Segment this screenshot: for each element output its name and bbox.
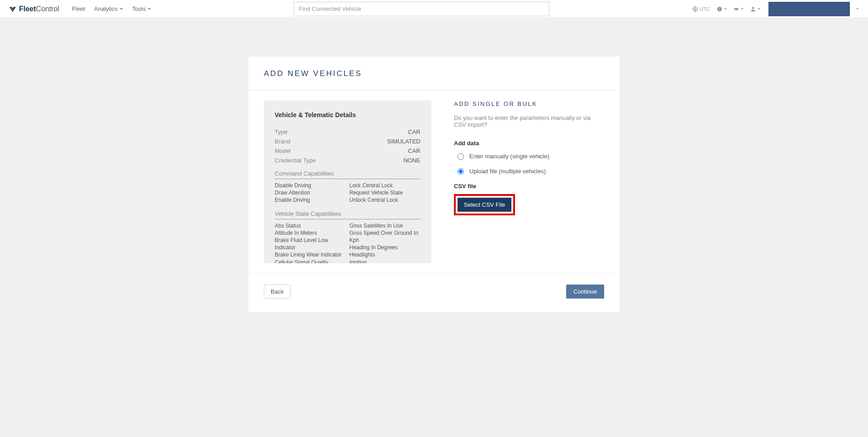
detail-value: NONE (403, 157, 420, 164)
panel-title: Vehicle & Telematic Details (275, 111, 420, 119)
detail-row-model: Model CAR (275, 147, 420, 154)
footer-row: Back Continue (248, 273, 620, 312)
cap-item: Ignition (349, 259, 420, 264)
content-row: Vehicle & Telematic Details Type CAR Bra… (248, 90, 620, 273)
globe-icon (692, 6, 698, 12)
back-button[interactable]: Back (264, 285, 291, 299)
topbar: FleetControl Fleet Analytics Tools UTC i (0, 0, 868, 18)
state-capabilities-header: Vehicle State Capabilities (275, 210, 420, 219)
command-capabilities-grid: Disable Driving Draw Attention Enable Dr… (275, 182, 420, 204)
detail-label: Model (275, 147, 291, 154)
cap-item: Abs Status (275, 222, 346, 229)
brand-logo[interactable]: FleetControl (9, 5, 59, 13)
user-label[interactable] (768, 2, 850, 16)
radio-manual-label: Enter manually (single vehicle) (469, 153, 549, 160)
brand-logo-icon (9, 5, 16, 13)
nav-analytics-label: Analytics (94, 5, 118, 12)
detail-label: Brand (275, 138, 291, 145)
state-capabilities-grid: Abs Status Altitude In Meters Brake Flui… (275, 222, 420, 263)
top-right: UTC i (692, 2, 859, 16)
timezone-label: UTC (700, 6, 710, 12)
caret-down-icon (148, 8, 151, 10)
cap-item: Altitude In Meters (275, 229, 346, 237)
settings-menu[interactable] (733, 6, 744, 12)
info-icon: i (716, 6, 723, 12)
search-wrap (151, 2, 692, 16)
caret-down-icon (724, 8, 727, 10)
cap-item: Unlock Central Lock (349, 196, 420, 204)
cap-item: Enable Driving (275, 196, 346, 204)
add-data-panel: ADD SINGLE OR BULK Do you want to enter … (454, 100, 604, 263)
page-title: ADD NEW VEHICLES (264, 69, 604, 78)
nav-analytics[interactable]: Analytics (94, 5, 123, 12)
search-input[interactable] (294, 2, 549, 16)
page-header: ADD NEW VEHICLES (248, 57, 620, 90)
info-menu[interactable]: i (716, 6, 727, 12)
cap-item: Request Vehicle State (349, 189, 420, 196)
vehicle-details-scroll[interactable]: Vehicle & Telematic Details Type CAR Bra… (264, 100, 431, 263)
nav-fleet[interactable]: Fleet (72, 5, 85, 12)
cap-item: Draw Attention (275, 189, 346, 196)
nav-tools-label: Tools (132, 5, 146, 12)
cap-item: Gnss Satellites In Use (349, 222, 420, 229)
select-csv-button[interactable]: Select CSV File (458, 198, 511, 212)
nav-items: Fleet Analytics Tools (72, 5, 151, 12)
continue-button[interactable]: Continue (566, 285, 604, 299)
nav-tools[interactable]: Tools (132, 5, 151, 12)
detail-row-credential: Credential Type NONE (275, 157, 420, 164)
cap-item: Heading In Degrees (349, 244, 420, 251)
caret-down-icon (758, 8, 760, 10)
cap-item: Cellular Signal Quality (275, 259, 346, 264)
radio-upload[interactable] (458, 168, 464, 175)
select-csv-highlight: Select CSV File (454, 194, 515, 215)
cap-item: Lock Central Lock (349, 182, 420, 189)
svg-point-3 (752, 7, 754, 9)
caret-down-icon (741, 8, 744, 10)
user-icon (750, 6, 756, 12)
brand-light: Control (36, 5, 59, 13)
cap-item: Gnss Speed Over Ground In Kph (349, 229, 420, 244)
radio-row-manual[interactable]: Enter manually (single vehicle) (454, 153, 604, 160)
command-capabilities-header: Command Capabilities (275, 170, 420, 179)
detail-value: CAR (408, 128, 420, 135)
caret-down-icon (856, 8, 859, 10)
radio-row-upload[interactable]: Upload file (multiple vehicles) (454, 168, 604, 175)
csv-file-label: CSV file (454, 183, 604, 190)
user-menu[interactable] (750, 6, 760, 12)
cap-item: Headlights (349, 251, 420, 258)
detail-row-type: Type CAR (275, 128, 420, 135)
timezone-selector[interactable]: UTC (692, 6, 710, 12)
add-section-desc: Do you want to enter the parameters manu… (454, 114, 604, 128)
radio-manual[interactable] (458, 153, 464, 160)
cap-item: Disable Driving (275, 182, 346, 189)
caret-down-icon (119, 8, 123, 10)
detail-label: Credential Type (275, 157, 316, 164)
detail-row-brand: Brand SIMULATED (275, 138, 420, 145)
brand-bold: Fleet (19, 5, 36, 13)
add-section-title: ADD SINGLE OR BULK (454, 100, 604, 107)
cap-item: Brake Fluid Level Low Indicator (275, 237, 346, 251)
add-data-label: Add data (454, 140, 604, 147)
detail-label: Type (275, 128, 287, 135)
svg-text:i: i (719, 7, 720, 11)
cap-item: Brake Lining Wear Indicator (275, 251, 346, 258)
detail-value: CAR (408, 147, 420, 154)
main-card: ADD NEW VEHICLES Vehicle & Telematic Det… (248, 57, 620, 312)
gear-icon (733, 6, 739, 12)
radio-upload-label: Upload file (multiple vehicles) (469, 168, 546, 175)
detail-value: SIMULATED (387, 138, 420, 145)
vehicle-details-panel: Vehicle & Telematic Details Type CAR Bra… (264, 100, 431, 263)
